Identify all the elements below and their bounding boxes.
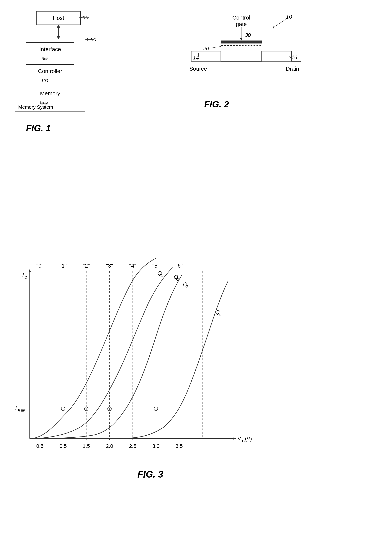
state0-label: "0" [36, 263, 44, 269]
svg-marker-14 [197, 53, 200, 55]
x-tick-2: 1.5 [83, 443, 90, 449]
memory-system-label: Memory System [18, 104, 53, 110]
ref20-label: 20 [203, 45, 209, 51]
control-gate-label2: gate [236, 21, 247, 27]
gate-conductor [221, 40, 262, 44]
svg-line-8 [273, 20, 285, 28]
ref30-label: 30 [245, 32, 251, 38]
svg-marker-11 [240, 38, 242, 40]
state1-label: "1" [59, 263, 67, 269]
state5-label: "5" [152, 263, 159, 269]
state2-label: "2" [83, 263, 90, 269]
ref14-label: 14 [193, 55, 199, 60]
source-label: Source [189, 66, 207, 72]
q2-curve [30, 268, 173, 439]
fig3-diagram: "0" "1" "2" "3" "4" "5" "6" I D V CG (V) [11, 256, 289, 480]
x-tick-4: 2.5 [129, 443, 137, 449]
fig1-caption: FIG. 1 [26, 123, 93, 133]
interface-block: Interface [26, 42, 74, 56]
x-axis-label: V [238, 436, 241, 441]
svg-marker-9 [272, 26, 274, 29]
x-tick-5: 3.0 [152, 443, 160, 449]
q4-sublabel: 4 [219, 313, 221, 317]
arrow-down-head [56, 36, 61, 39]
fig3-svg: "0" "1" "2" "3" "4" "5" "6" I D V CG (V) [11, 256, 289, 480]
q3-curve [30, 275, 182, 439]
state3-label: "3" [106, 263, 113, 269]
q3-sublabel: 3 [186, 285, 188, 289]
control-gate-label1: Control [232, 15, 250, 21]
state6-label: "6" [176, 263, 183, 269]
x-tick-3: 2.0 [106, 443, 113, 449]
memory-block: Memory [26, 87, 74, 100]
x-tick-1: 0.5 [59, 443, 67, 449]
connector1 [50, 59, 50, 64]
iref-label: I [15, 405, 17, 411]
drain-label: Drain [286, 66, 299, 72]
connector2 [50, 81, 50, 87]
host-block: Host [36, 11, 81, 25]
q4-curve [30, 280, 228, 439]
y-axis-label: I [22, 271, 24, 278]
arrow-up-head [56, 25, 61, 28]
state4-label: "4" [129, 263, 136, 269]
y-axis-sublabel: D [24, 275, 27, 280]
controller-block: Controller [26, 64, 74, 78]
fig2-svg: 10 Control gate 30 20 14 16 [167, 9, 327, 106]
fig2-diagram: 10 Control gate 30 20 14 16 [167, 9, 334, 110]
svg-line-12 [209, 46, 221, 48]
x-tick-0: 0.5 [36, 443, 44, 449]
ref16-label: 16 [291, 55, 297, 60]
fig1-diagram: Host 80 90 Interface [15, 11, 93, 133]
q1-sublabel: 1 [161, 274, 163, 278]
x-tick-6: 3.5 [176, 443, 183, 449]
ref10: 10 [286, 14, 292, 20]
channel-profile [191, 51, 301, 61]
y-axis-arrow [29, 269, 31, 272]
x-axis-arrow [233, 437, 236, 440]
q1-curve [30, 258, 156, 439]
iref-sublabel: REF [18, 408, 26, 413]
x-axis-unit: (V) [245, 436, 252, 441]
